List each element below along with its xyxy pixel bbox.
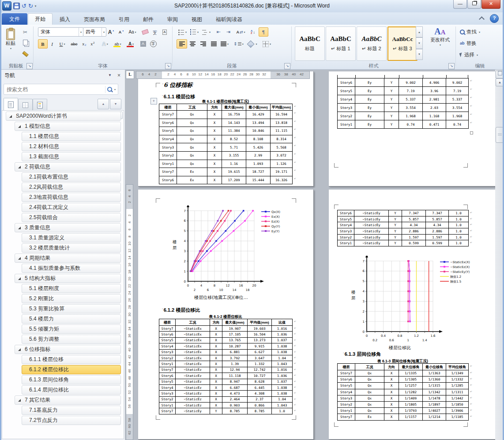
justify-button[interactable] [208,39,219,48]
bullets-button[interactable]: ▾ [177,27,188,37]
nav-item[interactable]: 3.1 质量源定义 [22,233,121,242]
ribbon-tab-邮件[interactable]: 邮件 [136,14,160,25]
show-paragraph-marks-button[interactable]: ¶ [259,27,268,37]
style-card[interactable]: AaBbCc↵ 标题 3 [387,26,417,61]
ruler-toggle-button[interactable] [496,71,504,78]
nav-item[interactable]: 2.4荷载工况定义 [22,203,121,212]
ribbon-tab-插入[interactable]: 插入 [53,14,77,25]
align-right-button[interactable] [198,39,208,48]
nav-item[interactable]: 7.2节点反力 [22,416,121,425]
shading-button[interactable]: ▾ [246,39,259,48]
sort-button[interactable]: AZ↓ [248,27,258,37]
search-options-icon[interactable]: ▾ [114,88,116,91]
nav-item[interactable]: 6.1.2 楼层位移比 [22,365,121,374]
asian-layout-button[interactable]: A⇄▾ [234,27,247,37]
nav-item[interactable]: 4.1 振型质量参与系数 [22,264,121,273]
nav-dropdown-icon[interactable]: ▼ [108,72,112,78]
expand-triangle-icon[interactable] [18,227,21,229]
expand-triangle-icon[interactable] [18,257,21,260]
text-effects-button[interactable]: A▾ [99,39,111,48]
vertical-scrollbar[interactable]: ▲ [495,70,504,440]
find-button[interactable]: 查找▾ [460,27,480,36]
borders-button[interactable]: ▾ [260,39,273,48]
replace-button[interactable]: ab 替换 [460,39,477,48]
paste-button[interactable]: 粘贴 ▾ [2,26,19,63]
underline-button[interactable]: U▾ [56,39,68,48]
styles-scroll-up-icon[interactable]: ▲ [416,26,423,37]
nav-item[interactable]: 2.3地震荷载信息 [22,193,121,202]
font-color-button[interactable]: A▾ [125,39,137,48]
expand-triangle-icon[interactable] [18,277,21,280]
expand-triangle-icon[interactable] [18,348,21,351]
copy-button[interactable] [19,38,31,47]
previous-heading-button[interactable]: ▲ [98,99,109,109]
bold-button[interactable]: B [38,39,48,48]
nav-item[interactable]: SAP2000Word计算书 [6,112,121,121]
expand-triangle-icon[interactable] [18,399,21,402]
character-border-button[interactable]: A [160,27,169,37]
align-center-button[interactable] [187,39,198,48]
ribbon-tab-引用[interactable]: 引用 [112,14,136,25]
align-left-button[interactable] [177,39,187,48]
scroll-up-icon[interactable]: ▲ [496,78,504,86]
nav-item[interactable]: 4 周期结果 [15,254,121,263]
highlight-color-button[interactable]: ab▾ [112,39,124,48]
tab-selector[interactable]: L [126,71,134,79]
nav-item[interactable]: 1.3 截面信息 [22,152,121,161]
change-case-button[interactable]: Aa▾ [126,27,139,37]
enclose-characters-button[interactable]: 字 [148,39,158,48]
styles-dialog-launcher[interactable]: ↘ [448,63,455,69]
nav-item[interactable]: 5.6 剪力调整 [22,335,121,344]
change-styles-button[interactable]: AA 更改样式 ▾ [426,26,454,62]
nav-item[interactable]: 2.5荷载组合 [22,213,121,222]
expand-triangle-icon[interactable] [18,125,21,128]
multilevel-list-button[interactable]: ▾ [200,27,212,37]
tab-browse-pages[interactable] [18,99,33,111]
vertical-ruler[interactable]: 6422468101214161820222426283032343638404… [126,184,133,440]
style-card[interactable]: AaBbC↵ 标题 1 [326,26,356,61]
expand-triangle-icon[interactable] [18,166,21,168]
subscript-button[interactable]: x2 [80,39,89,48]
nav-item[interactable]: 6.1.3 层间位移角 [22,375,121,384]
style-card[interactable]: AaBbC标题 [295,26,325,61]
nav-item[interactable]: 1.1 楼层信息 [22,132,121,141]
line-spacing-button[interactable]: ⇕▾ [232,39,245,48]
ribbon-tab-福昕阅读器[interactable]: 福昕阅读器 [209,14,249,25]
cut-button[interactable]: ✂ [19,27,31,37]
help-icon[interactable]: ? [490,14,499,23]
nav-item[interactable]: 6.1.4 层间位移比 [22,385,121,395]
ribbon-tab-视图[interactable]: 视图 [185,14,209,25]
select-button[interactable]: 选择▾ [460,50,478,59]
strikethrough-button[interactable]: abe [68,39,80,48]
decrease-indent-button[interactable]: ⇤ [214,27,223,37]
ribbon-tab-审阅[interactable]: 审阅 [161,14,184,25]
phonetic-guide-button[interactable]: wén文 [150,27,160,37]
grow-font-button[interactable]: A▲ [106,27,117,37]
nav-item[interactable]: 1 模型信息 [15,122,121,131]
expand-triangle-icon[interactable] [9,115,12,118]
character-shading-button[interactable]: A [138,39,148,48]
paragraph-dialog-launcher[interactable]: ↘ [284,63,290,69]
nav-item[interactable]: 5 结构大指标 [15,274,121,283]
nav-item[interactable]: 6 位移指标 [15,345,121,354]
font-name-combo[interactable]: 宋体▾ [38,27,83,37]
distribute-button[interactable]: ▾ [219,39,230,48]
tab-browse-headings[interactable] [4,98,18,111]
superscript-button[interactable]: x2 [88,39,97,48]
horizontal-ruler[interactable]: 642246810121416182022242628303236384042 [136,71,310,79]
nav-item[interactable]: 6.1.1 楼层位移 [22,355,121,364]
search-input[interactable] [4,86,105,93]
nav-item[interactable]: 3 质量信息 [15,223,121,232]
ribbon-tab-file[interactable]: 文件 [2,13,27,25]
nav-item[interactable]: 5.2 刚重比 [22,294,121,303]
ribbon-tab-页面布局[interactable]: 页面布局 [77,14,112,25]
table-resize-handle[interactable] [470,131,473,134]
nav-item[interactable]: 2 荷载信息 [15,162,121,172]
nav-item[interactable]: 2.1荷载布置信息 [22,172,121,182]
font-size-combo[interactable]: 四号▾ [83,27,106,37]
nav-item[interactable]: 5.4 楼层力 [22,314,121,324]
clear-formatting-button[interactable] [140,27,150,37]
search-box[interactable]: ▾ [4,84,118,95]
minimize-button[interactable]: — [453,0,467,9]
nav-item[interactable]: 5.1 楼层刚度 [22,284,121,293]
